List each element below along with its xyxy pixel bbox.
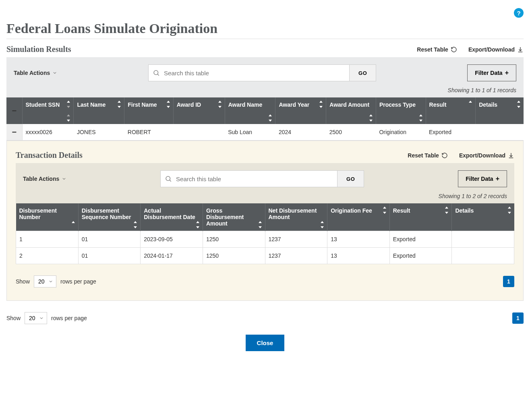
- sort-icon: [66, 114, 71, 122]
- cell-disb-date: 2024-01-17: [141, 248, 203, 264]
- col-disb-date[interactable]: Actual Disbursement Date: [141, 203, 203, 231]
- detail-go-button[interactable]: GO: [337, 170, 364, 187]
- col-student-ssn[interactable]: Student SSN: [22, 97, 74, 124]
- table-header-row: Disbursement Number Disbursement Sequenc…: [16, 203, 514, 231]
- detail-filter-data-button[interactable]: Filter Data +: [458, 170, 507, 187]
- svg-marker-16: [369, 114, 373, 116]
- detail-page-number[interactable]: 1: [503, 276, 514, 287]
- col-first-name[interactable]: First Name: [124, 97, 173, 124]
- col-result[interactable]: Result: [426, 97, 476, 124]
- col-result[interactable]: Result: [389, 203, 452, 231]
- svg-point-23: [166, 176, 170, 181]
- go-button[interactable]: GO: [350, 64, 376, 81]
- svg-marker-39: [508, 212, 511, 214]
- sort-icon: [468, 101, 473, 108]
- detail-reset-table-button[interactable]: Reset Table: [408, 152, 448, 159]
- cell-net: 1237: [265, 231, 327, 248]
- col-award-year[interactable]: Award Year: [275, 97, 326, 124]
- help-icon[interactable]: ?: [514, 8, 524, 18]
- cell-process-type: Origination: [376, 124, 426, 141]
- svg-marker-28: [196, 221, 199, 223]
- svg-marker-31: [259, 226, 262, 228]
- table-row: − xxxxx0026 JONES ROBERT Sub Loan 2024 2…: [6, 124, 524, 141]
- export-label: Export/Download: [459, 152, 505, 159]
- svg-marker-33: [321, 226, 324, 228]
- col-net[interactable]: Net Disbursement Amount: [265, 203, 327, 231]
- detail-table-actions-menu[interactable]: Table Actions: [23, 176, 66, 182]
- detail-export-button[interactable]: Export/Download: [459, 152, 514, 159]
- svg-marker-18: [419, 114, 422, 116]
- close-button[interactable]: Close: [246, 335, 285, 351]
- col-award-name[interactable]: Award Name: [225, 97, 275, 124]
- section-heading-detail: Transaction Details: [16, 151, 83, 160]
- rows-per-page-label: rows per page: [51, 315, 87, 321]
- col-details[interactable]: Details: [452, 203, 514, 231]
- col-award-id[interactable]: Award ID: [173, 97, 225, 124]
- plus-icon: +: [496, 175, 499, 182]
- svg-marker-36: [445, 207, 448, 209]
- svg-point-0: [154, 70, 158, 75]
- svg-marker-27: [134, 226, 137, 228]
- svg-marker-9: [167, 106, 170, 108]
- detail-search-input[interactable]: [175, 175, 333, 183]
- cell-last-name: JONES: [74, 124, 124, 141]
- svg-marker-34: [383, 207, 386, 209]
- cell-details: [476, 124, 524, 141]
- plus-icon: +: [505, 69, 509, 77]
- cell-gross: 1250: [203, 231, 265, 248]
- page-size-select[interactable]: 20: [25, 312, 47, 324]
- detail-toolbar: Table Actions GO Filter Data + Showing 1…: [16, 163, 514, 203]
- svg-marker-11: [218, 106, 222, 108]
- svg-marker-6: [118, 101, 121, 103]
- sort-icon: [66, 101, 71, 108]
- col-orig-fee[interactable]: Origination Fee: [327, 203, 390, 231]
- sort-icon: [268, 114, 273, 122]
- sort-icon: [133, 221, 138, 228]
- page-title: Federal Loans Simulate Origination: [6, 21, 524, 36]
- sort-icon: [320, 221, 325, 228]
- svg-marker-14: [319, 101, 323, 103]
- expand-all-header[interactable]: −: [6, 97, 22, 124]
- svg-line-1: [157, 74, 159, 75]
- svg-line-24: [170, 180, 171, 181]
- svg-marker-26: [134, 221, 137, 223]
- cell-disb-date: 2023-09-05: [141, 231, 203, 248]
- main-table: − Student SSN Last Name First Name Award…: [6, 97, 524, 141]
- cell-award-year: 2024: [275, 124, 326, 141]
- cell-disb-num: 1: [16, 231, 79, 248]
- col-gross[interactable]: Gross Disbursement Amount: [203, 203, 265, 231]
- col-details[interactable]: Details: [476, 97, 524, 124]
- page-number[interactable]: 1: [512, 312, 524, 324]
- chevron-down-icon: [62, 176, 66, 181]
- cell-award-id: [173, 124, 225, 141]
- filter-label: Filter Data: [475, 70, 502, 76]
- col-award-amount[interactable]: Award Amount: [326, 97, 376, 124]
- transaction-details-panel: Transaction Details Reset Table Export/D…: [6, 141, 524, 301]
- table-row: 1 01 2023-09-05 1250 1237 13 Exported: [16, 231, 514, 248]
- detail-search-input-wrap: [160, 170, 337, 187]
- table-actions-menu[interactable]: Table Actions: [14, 70, 57, 76]
- reset-table-button[interactable]: Reset Table: [417, 46, 457, 53]
- search-input[interactable]: [163, 69, 345, 77]
- svg-marker-22: [517, 106, 520, 108]
- filter-data-button[interactable]: Filter Data +: [467, 64, 516, 81]
- export-button[interactable]: Export/Download: [468, 46, 524, 53]
- col-process-type[interactable]: Process Type: [376, 97, 426, 124]
- sort-icon: [382, 207, 387, 214]
- search-icon: [153, 69, 160, 77]
- table-actions-label: Table Actions: [23, 176, 59, 182]
- sort-icon: [258, 221, 263, 228]
- col-last-name[interactable]: Last Name: [74, 97, 124, 124]
- svg-marker-7: [118, 106, 121, 108]
- col-disb-num[interactable]: Disbursement Number: [16, 203, 79, 231]
- col-disb-seq[interactable]: Disbursement Sequence Number: [78, 203, 141, 231]
- expand-row-button[interactable]: −: [6, 124, 22, 141]
- svg-marker-37: [445, 212, 448, 214]
- cell-fee: 13: [327, 231, 390, 248]
- reset-icon: [451, 46, 457, 53]
- detail-page-size-select[interactable]: 20: [34, 275, 56, 288]
- svg-marker-4: [67, 114, 70, 116]
- svg-marker-21: [517, 101, 520, 103]
- cell-details: [452, 231, 514, 248]
- svg-marker-10: [218, 101, 222, 103]
